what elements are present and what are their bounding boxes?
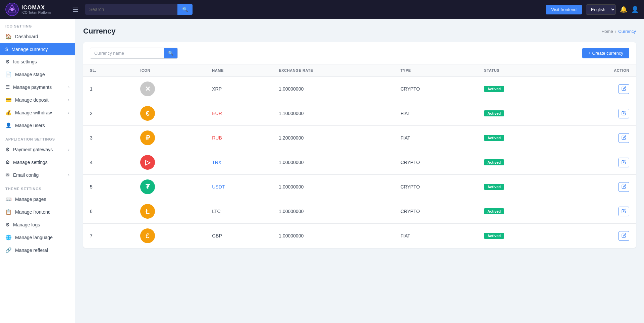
status-badge: Actived xyxy=(484,233,504,239)
sidebar-item-email-config[interactable]: ✉ Email config › xyxy=(0,169,75,181)
sidebar-item-manage-frontend[interactable]: 📋 Manage frontend xyxy=(0,206,75,218)
topnav: ICOMAX ICO Token Platform ☰ 🔍 Visit fron… xyxy=(0,0,644,19)
currency-search-button[interactable]: 🔍 xyxy=(164,48,177,58)
sidebar-label-manage-frontend: Manage frontend xyxy=(15,209,69,215)
currency-search-input[interactable] xyxy=(90,48,164,58)
currency-name-value: RUB xyxy=(212,135,222,141)
cell-type-0: CRYPTO xyxy=(394,77,477,101)
sidebar-item-manage-currency[interactable]: $ Manage currency xyxy=(0,43,75,55)
arrow-icon-deposit: › xyxy=(68,98,69,102)
hamburger-button[interactable]: ☰ xyxy=(70,4,81,15)
sidebar-label-manage-referral: Manage refferal xyxy=(15,248,69,253)
cell-icon-3: ▷ xyxy=(133,150,205,175)
cell-sl-5: 6 xyxy=(83,199,133,224)
sidebar-label-manage-language: Manage language xyxy=(15,235,69,240)
sidebar-item-manage-users[interactable]: 👤 Manage users xyxy=(0,119,75,132)
cell-rate-2: 1.20000000 xyxy=(272,126,394,150)
sidebar-label-dashboard: Dashboard xyxy=(15,34,69,39)
page-header: Currency Home / Currency xyxy=(83,27,636,36)
app-section-label: APPLICATION SETTINGS xyxy=(0,132,75,143)
cell-sl-3: 4 xyxy=(83,150,133,175)
table-row: 1 ✕ XRP 1.00000000 CRYPTO Actived xyxy=(83,77,636,101)
col-icon: ICON xyxy=(133,64,205,77)
edit-button-3[interactable] xyxy=(619,158,629,167)
sidebar-item-manage-payments[interactable]: ☰ Manage payments › xyxy=(0,81,75,94)
logo: ICOMAX ICO Token Platform xyxy=(5,3,66,16)
sidebar-item-manage-pages[interactable]: 📖 Manage pages xyxy=(0,193,75,206)
breadcrumb-home[interactable]: Home xyxy=(601,29,613,34)
sidebar-item-manage-deposit[interactable]: 💳 Manage deposit › xyxy=(0,94,75,106)
cell-rate-4: 1.00000000 xyxy=(272,175,394,199)
sidebar-item-manage-withdraw[interactable]: 💰 Manage withdraw › xyxy=(0,106,75,119)
edit-button-1[interactable] xyxy=(619,109,629,118)
logo-name: ICOMAX xyxy=(21,5,51,11)
sidebar-item-ico-settings[interactable]: ⚙ Ico settings xyxy=(0,55,75,68)
user-icon[interactable]: 👤 xyxy=(631,6,639,13)
col-status: STATUS xyxy=(477,64,562,77)
global-search: 🔍 xyxy=(85,4,193,15)
cell-status-1: Actived xyxy=(477,101,562,126)
cell-rate-1: 1.10000000 xyxy=(272,101,394,126)
cell-rate-3: 1.00000000 xyxy=(272,150,394,175)
arrow-icon-email: › xyxy=(68,173,69,177)
arrow-icon: › xyxy=(68,85,69,90)
breadcrumb: Home / Currency xyxy=(601,29,636,34)
cell-name-4: USDT xyxy=(205,175,272,199)
create-currency-button[interactable]: + Create currency xyxy=(582,48,629,58)
topnav-right: Visit frontend English Spanish French 🔔 … xyxy=(546,4,639,15)
search-input[interactable] xyxy=(85,4,177,15)
breadcrumb-current: Currency xyxy=(618,29,636,34)
language-select[interactable]: English Spanish French xyxy=(586,4,616,15)
cell-rate-5: 1.00000000 xyxy=(272,199,394,224)
cell-rate-0: 1.00000000 xyxy=(272,77,394,101)
sidebar-item-manage-referral[interactable]: 🔗 Manage refferal xyxy=(0,244,75,257)
coin-icon-XRP: ✕ xyxy=(140,82,155,96)
edit-button-4[interactable] xyxy=(619,182,629,192)
sidebar-item-manage-logs[interactable]: ⚙ Manage logs xyxy=(0,218,75,231)
sidebar-item-manage-language[interactable]: 🌐 Manage language xyxy=(0,231,75,244)
currency-icon: $ xyxy=(5,46,8,52)
visit-frontend-button[interactable]: Visit frontend xyxy=(546,5,582,14)
cell-sl-2: 3 xyxy=(83,126,133,150)
sidebar-section-ico: ICO SETTING 🏠 Dashboard $ Manage currenc… xyxy=(0,19,75,132)
sidebar-label-manage-stage: Manage stage xyxy=(15,72,69,77)
search-button[interactable]: 🔍 xyxy=(177,4,193,15)
manage-users-icon: 👤 xyxy=(5,122,12,128)
table-row: 7 £ GBP 1.00000000 FIAT Actived xyxy=(83,224,636,248)
sidebar-label-manage-withdraw: Manage withdraw xyxy=(15,110,65,115)
cell-status-0: Actived xyxy=(477,77,562,101)
status-badge: Actived xyxy=(484,135,504,141)
col-name: NAME xyxy=(205,64,272,77)
cell-action-4 xyxy=(562,175,636,199)
edit-button-2[interactable] xyxy=(619,133,629,143)
col-action: ACTION xyxy=(562,64,636,77)
status-badge: Actived xyxy=(484,86,504,92)
coin-icon-RUB: ₽ xyxy=(140,130,155,145)
sidebar-label-manage-settings: Manage settings xyxy=(13,160,69,165)
cell-icon-5: Ł xyxy=(133,199,205,224)
table-row: 2 € EUR 1.10000000 FIAT Actived xyxy=(83,101,636,126)
manage-logs-icon: ⚙ xyxy=(5,222,10,228)
manage-stage-icon: 📄 xyxy=(5,71,12,77)
logo-icon xyxy=(5,3,19,16)
col-sl: SL. xyxy=(83,64,133,77)
ico-settings-icon: ⚙ xyxy=(5,59,10,65)
sidebar-item-manage-stage[interactable]: 📄 Manage stage xyxy=(0,68,75,81)
edit-button-0[interactable] xyxy=(619,84,629,94)
notifications-icon[interactable]: 🔔 xyxy=(620,6,627,13)
sidebar-label-manage-deposit: Manage deposit xyxy=(15,97,65,103)
table-toolbar: 🔍 + Create currency xyxy=(83,42,636,64)
sidebar-item-dashboard[interactable]: 🏠 Dashboard xyxy=(0,30,75,43)
sidebar-item-manage-settings[interactable]: ⚙ Manage settings xyxy=(0,156,75,169)
edit-button-6[interactable] xyxy=(619,231,629,241)
sidebar-section-theme: THEME SETTINGS 📖 Manage pages 📋 Manage f… xyxy=(0,181,75,257)
sidebar-item-payment-gateways[interactable]: ⚙ Payment gateways › xyxy=(0,143,75,156)
cell-status-3: Actived xyxy=(477,150,562,175)
cell-sl-0: 1 xyxy=(83,77,133,101)
cell-name-6: GBP xyxy=(205,224,272,248)
manage-deposit-icon: 💳 xyxy=(5,97,12,103)
edit-button-5[interactable] xyxy=(619,207,629,216)
cell-name-3: TRX xyxy=(205,150,272,175)
currency-name-value: EUR xyxy=(212,111,222,116)
cell-name-2: RUB xyxy=(205,126,272,150)
